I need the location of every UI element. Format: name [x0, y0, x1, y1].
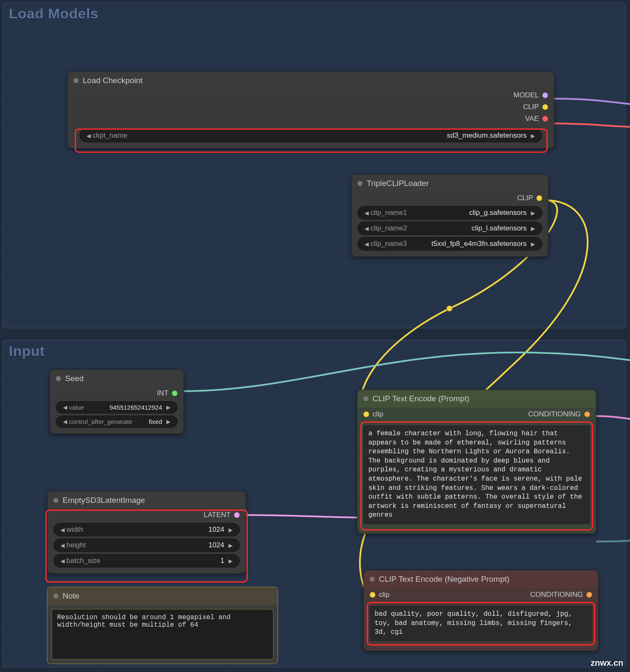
chevron-left-icon[interactable]: ◀ [59, 527, 66, 533]
widget-value: clip_g.safetensors [407, 209, 529, 217]
widget-value: 1 [100, 557, 227, 565]
port-clip[interactable] [542, 104, 548, 110]
chevron-left-icon[interactable]: ◀ [59, 542, 66, 549]
port-model[interactable] [542, 92, 548, 98]
collapse-dot-icon[interactable] [363, 396, 368, 401]
chevron-left-icon[interactable]: ◀ [59, 558, 66, 564]
widget-ckpt-name[interactable]: ◀ ckpt_name sd3_medium.safetensors ▶ [79, 129, 542, 142]
widget-height[interactable]: ◀ height 1024 ▶ [53, 539, 240, 552]
output-label: LATENT [204, 511, 231, 519]
node-graph-canvas[interactable]: Load Models Input Load Checkpoint MODEL … [0, 0, 630, 672]
node-title: TripleCLIPLoader [367, 179, 429, 188]
chevron-right-icon[interactable]: ▶ [165, 404, 172, 411]
output-label: MODEL [514, 91, 539, 99]
node-seed[interactable]: Seed INT ◀ value 945512652412924 ▶ ◀ con… [50, 369, 184, 434]
group-load-models[interactable]: Load Models [3, 3, 626, 328]
node-title: CLIP Text Encode (Prompt) [373, 394, 470, 403]
widget-clip-name1[interactable]: ◀ clip_name1 clip_g.safetensors ▶ [357, 206, 542, 220]
widget-value: t5xxl_fp8_e4m3fn.safetensors [407, 240, 529, 248]
widget-label: height [66, 541, 86, 549]
widget-value: clip_l.safetensors [407, 224, 529, 233]
chevron-left-icon[interactable]: ◀ [363, 210, 370, 216]
chevron-right-icon[interactable]: ▶ [227, 527, 234, 533]
port-clip-in[interactable] [370, 592, 375, 598]
collapse-dot-icon[interactable] [53, 498, 58, 503]
prompt-text[interactable]: bad quality, poor quality, doll, disfigu… [370, 606, 592, 641]
port-conditioning[interactable] [584, 411, 590, 417]
widget-value: fixed [146, 418, 165, 425]
widget-label: batch_size [66, 557, 100, 565]
output-label: VAE [525, 115, 539, 123]
chevron-right-icon[interactable]: ▶ [529, 241, 537, 247]
widget-value: 1024 [83, 526, 227, 534]
widget-clip-name3[interactable]: ◀ clip_name3 t5xxl_fp8_e4m3fn.safetensor… [357, 237, 542, 251]
chevron-left-icon[interactable]: ◀ [85, 133, 92, 139]
widget-seed-value[interactable]: ◀ value 945512652412924 ▶ [56, 401, 178, 413]
output-label: CLIP [517, 194, 533, 202]
chevron-left-icon[interactable]: ◀ [363, 225, 370, 232]
output-label: CONDITIONING [528, 410, 581, 418]
chevron-right-icon[interactable]: ▶ [165, 418, 172, 425]
chevron-left-icon[interactable]: ◀ [61, 418, 69, 425]
node-tripleclip-loader[interactable]: TripleCLIPLoader CLIP ◀ clip_name1 clip_… [351, 174, 549, 257]
group-title: Input [9, 343, 45, 359]
widget-control-after-generate[interactable]: ◀ control_after_generate fixed ▶ [56, 416, 178, 428]
input-label: clip [379, 591, 390, 599]
widget-width[interactable]: ◀ width 1024 ▶ [53, 523, 240, 536]
node-title: EmptySD3LatentImage [63, 496, 145, 505]
chevron-right-icon[interactable]: ▶ [227, 542, 234, 549]
note-text[interactable]: Resolution should be around 1 megapixel … [52, 609, 273, 659]
chevron-right-icon[interactable]: ▶ [227, 558, 234, 564]
widget-clip-name2[interactable]: ◀ clip_name2 clip_l.safetensors ▶ [357, 222, 542, 235]
chevron-left-icon[interactable]: ◀ [61, 404, 69, 411]
port-vae[interactable] [542, 116, 548, 122]
node-note[interactable]: Note Resolution should be around 1 megap… [47, 587, 278, 664]
widget-label: clip_name2 [370, 224, 407, 233]
prompt-text[interactable]: a female character with long, flowing ha… [363, 425, 590, 524]
node-title: Seed [65, 374, 84, 383]
node-clip-text-encode-prompt[interactable]: CLIP Text Encode (Prompt) clip CONDITION… [357, 390, 596, 534]
chevron-right-icon[interactable]: ▶ [529, 225, 537, 232]
port-conditioning[interactable] [586, 592, 592, 598]
widget-label: clip_name3 [370, 240, 407, 248]
node-load-checkpoint[interactable]: Load Checkpoint MODEL CLIP VAE ◀ ckpt_na… [67, 71, 554, 149]
port-clip[interactable] [536, 195, 542, 201]
widget-label: clip_name1 [370, 209, 407, 217]
group-title: Load Models [9, 5, 98, 22]
chevron-right-icon[interactable]: ▶ [529, 210, 537, 216]
widget-label: control_after_generate [69, 418, 146, 425]
widget-batch-size[interactable]: ◀ batch_size 1 ▶ [53, 554, 240, 567]
output-label: CONDITIONING [530, 591, 583, 599]
node-title: Load Checkpoint [83, 76, 143, 85]
widget-value: sd3_medium.safetensors [127, 131, 529, 140]
widget-label: ckpt_name [92, 131, 127, 140]
collapse-dot-icon[interactable] [74, 78, 79, 83]
output-label: CLIP [523, 103, 539, 111]
node-clip-text-encode-negative[interactable]: CLIP Text Encode (Negative Prompt) clip … [363, 570, 598, 651]
output-label: INT [157, 389, 168, 397]
watermark: znwx.cn [591, 658, 623, 668]
port-clip-in[interactable] [363, 411, 369, 417]
collapse-dot-icon[interactable] [53, 594, 58, 599]
widget-label: width [66, 526, 83, 534]
collapse-dot-icon[interactable] [370, 577, 375, 582]
port-int[interactable] [172, 390, 178, 396]
collapse-dot-icon[interactable] [357, 181, 362, 186]
node-empty-latent[interactable]: EmptySD3LatentImage LATENT ◀ width 1024 … [47, 491, 246, 574]
chevron-right-icon[interactable]: ▶ [529, 133, 537, 139]
widget-value: 945512652412924 [84, 404, 165, 411]
chevron-left-icon[interactable]: ◀ [363, 241, 370, 247]
node-title: CLIP Text Encode (Negative Prompt) [379, 575, 509, 584]
widget-value: 1024 [86, 541, 227, 549]
node-title: Note [63, 591, 79, 601]
input-label: clip [373, 410, 383, 418]
collapse-dot-icon[interactable] [56, 376, 61, 381]
widget-label: value [69, 404, 84, 411]
port-latent[interactable] [234, 512, 240, 518]
